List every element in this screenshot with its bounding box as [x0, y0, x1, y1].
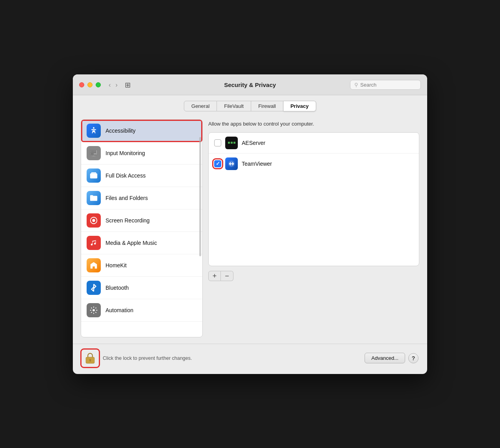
svg-rect-12 [92, 156, 96, 157]
svg-rect-13 [90, 173, 97, 178]
close-button[interactable] [79, 82, 84, 87]
sidebar-label-full-disk-access: Full Disk Access [106, 172, 146, 179]
add-app-button[interactable]: + [208, 271, 221, 281]
sidebar-item-input-monitoring[interactable]: Input Monitoring [81, 142, 202, 165]
svg-rect-4 [93, 150, 94, 151]
svg-rect-5 [95, 150, 96, 151]
tab-privacy[interactable]: Privacy [283, 101, 316, 111]
sidebar-label-input-monitoring: Input Monitoring [106, 150, 145, 156]
svg-rect-9 [95, 152, 96, 153]
sidebar-item-accessibility[interactable]: Accessibility [81, 120, 202, 142]
remove-app-button[interactable]: − [221, 271, 233, 281]
sidebar-label-homekit: HomeKit [106, 262, 127, 268]
tab-firewall[interactable]: Firewall [251, 101, 283, 111]
accessibility-icon [87, 124, 101, 138]
svg-rect-11 [93, 156, 94, 156]
traffic-lights [79, 82, 101, 87]
full-disk-access-icon [87, 168, 101, 183]
app-grid-button[interactable]: ⊞ [123, 80, 132, 90]
list-controls: + − [208, 271, 419, 281]
svg-point-16 [92, 219, 95, 222]
search-input[interactable] [360, 82, 417, 88]
media-apple-music-icon [87, 236, 101, 250]
scrollbar[interactable] [199, 137, 201, 257]
sidebar-item-media-apple-music[interactable]: Media & Apple Music [81, 232, 202, 254]
sidebar-label-screen-recording: Screen Recording [106, 217, 150, 224]
tab-filevault[interactable]: FileVault [217, 101, 251, 111]
aeserver-icon [225, 137, 238, 149]
files-and-folders-icon [87, 191, 101, 205]
sidebar-item-automation[interactable]: Automation [81, 299, 202, 322]
lock-description: Click the lock to prevent further change… [103, 355, 361, 361]
sidebar-label-files-and-folders: Files and Folders [106, 195, 148, 201]
sidebar-item-homekit[interactable]: HomeKit [81, 254, 202, 277]
aeserver-dots [228, 142, 235, 144]
sidebar: Accessibility [81, 119, 203, 337]
sidebar-item-bluetooth[interactable]: Bluetooth [81, 277, 202, 299]
aeserver-checkbox[interactable] [214, 139, 221, 146]
sidebar-label-bluetooth: Bluetooth [106, 285, 129, 291]
svg-rect-7 [92, 152, 93, 153]
right-panel: Allow the apps below to control your com… [208, 119, 419, 337]
dot1 [228, 142, 230, 144]
teamviewer-label: TeamViewer [242, 161, 272, 167]
aeserver-label: AEServer [242, 140, 265, 146]
titlebar: ‹ › ⊞ Security & Privacy ⚲ [73, 74, 427, 95]
bottom-buttons: Advanced... ? [365, 353, 419, 363]
lock-icon [84, 352, 96, 365]
bluetooth-icon [87, 281, 101, 295]
panel-description: Allow the apps below to control your com… [208, 119, 419, 128]
svg-rect-21 [90, 360, 91, 362]
checkmark-icon: ✓ [216, 161, 220, 167]
teamviewer-checkbox[interactable]: ✓ [214, 160, 221, 167]
svg-rect-22 [86, 357, 94, 357]
teamviewer-icon [225, 157, 238, 170]
svg-rect-2 [91, 150, 92, 151]
tabs-bar: General FileVault Firewall Privacy [73, 95, 427, 115]
nav-buttons: ‹ › [107, 81, 119, 89]
sidebar-item-full-disk-access[interactable]: Full Disk Access [81, 165, 202, 187]
sidebar-item-files-and-folders[interactable]: Files and Folders [81, 187, 202, 209]
maximize-button[interactable] [96, 82, 101, 87]
bottom-bar: Click the lock to prevent further change… [73, 344, 427, 374]
back-button[interactable]: ‹ [107, 81, 112, 89]
input-monitoring-icon [87, 146, 101, 160]
advanced-button[interactable]: Advanced... [365, 353, 405, 363]
main-window: ‹ › ⊞ Security & Privacy ⚲ General FileV… [73, 74, 427, 374]
svg-point-0 [93, 127, 94, 128]
sidebar-label-media-apple-music: Media & Apple Music [106, 240, 157, 246]
search-icon: ⚲ [354, 82, 358, 88]
forward-button[interactable]: › [114, 81, 119, 89]
main-content: Accessibility [73, 115, 427, 344]
svg-rect-8 [93, 152, 94, 153]
lock-button[interactable] [81, 350, 99, 367]
svg-rect-6 [91, 152, 92, 153]
sidebar-label-accessibility: Accessibility [106, 128, 135, 134]
sidebar-item-screen-recording[interactable]: Screen Recording [81, 209, 202, 232]
screen-recording-icon [87, 213, 101, 228]
minimize-button[interactable] [87, 82, 93, 87]
svg-rect-3 [92, 150, 93, 151]
apps-list: AEServer ✓ TeamViewer [208, 132, 419, 266]
help-button[interactable]: ? [408, 353, 419, 363]
window-title: Security & Privacy [224, 81, 276, 88]
tab-general[interactable]: General [184, 101, 217, 111]
search-box[interactable]: ⚲ [350, 80, 421, 90]
table-row: AEServer [209, 133, 419, 154]
table-row: ✓ TeamViewer [209, 154, 419, 174]
automation-icon [87, 303, 101, 317]
sidebar-label-automation: Automation [106, 307, 133, 313]
homekit-icon [87, 258, 101, 272]
dot2 [231, 142, 233, 144]
dot3 [233, 142, 235, 144]
svg-point-17 [93, 309, 95, 311]
sidebar-scroll-wrapper: Accessibility [81, 120, 202, 337]
svg-rect-10 [91, 153, 94, 154]
